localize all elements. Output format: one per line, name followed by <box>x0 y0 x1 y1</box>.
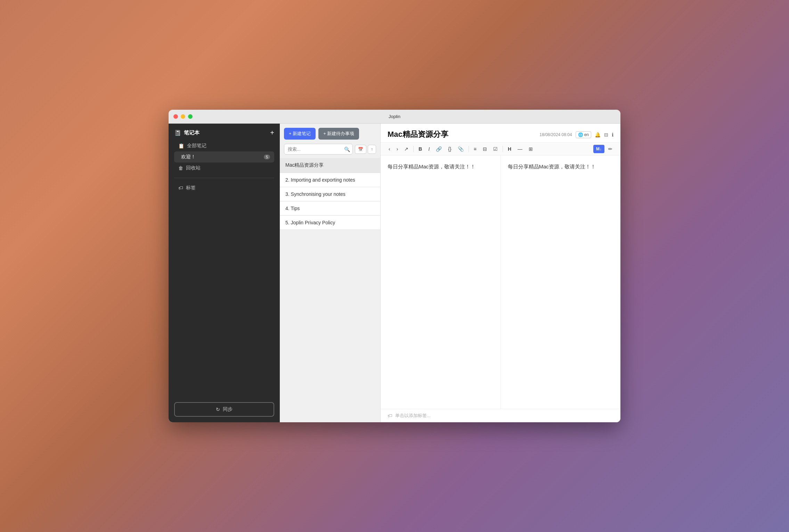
bold-button[interactable]: B <box>416 145 424 153</box>
horiz-rule-button[interactable]: — <box>515 145 525 153</box>
sort-buttons: 📅 ↑ <box>355 145 376 154</box>
all-notes-label: 全部笔记 <box>187 143 206 149</box>
heading-button[interactable]: H <box>505 145 514 153</box>
list-item[interactable]: Mac精品资源分享 <box>280 158 380 173</box>
sync-label: 同步 <box>223 406 233 413</box>
globe-icon: 🌐 <box>578 132 583 137</box>
trash-icon: 🗑 <box>178 165 183 171</box>
tags-label: 标签 <box>186 185 196 191</box>
minimize-button[interactable] <box>181 114 185 119</box>
toolbar-separator-2 <box>469 146 469 152</box>
sync-icon: ↻ <box>216 407 220 412</box>
editor-toolbar: ‹ › ↗ B I 🔗 {} 📎 <box>381 143 620 156</box>
note-title-heading: Mac精品资源分享 <box>388 129 448 140</box>
editor-footer: 🏷 单击以添加标签... <box>381 409 620 422</box>
preview-content: 每日分享精品Mac资源，敬请关注！！ <box>508 163 614 171</box>
sidebar-item-trash[interactable]: 🗑 回收站 <box>174 163 274 174</box>
tags-icon: 🏷 <box>178 185 183 191</box>
notes-items-list: Mac精品资源分享 2. Importing and exporting not… <box>280 158 380 422</box>
sidebar-item-tags[interactable]: 🏷 标签 <box>174 182 274 193</box>
editor-panel: Mac精品资源分享 18/08/2024 08:04 🌐 en 🔔 ⊟ ℹ ‹ … <box>381 124 620 422</box>
sidebar-item-all-notes[interactable]: 📋 全部笔记 <box>174 140 274 151</box>
attach-icon: 📎 <box>458 146 464 152</box>
back-button[interactable]: ‹ <box>386 145 393 153</box>
checklist-button[interactable]: ☑ <box>491 145 500 153</box>
info-icon[interactable]: ℹ <box>612 132 613 138</box>
language-button[interactable]: 🌐 en <box>576 131 591 138</box>
search-icon: 🔍 <box>344 147 350 152</box>
external-link-button[interactable]: ↗ <box>402 145 411 153</box>
sidebar-divider <box>174 178 274 178</box>
titlebar: Joplin <box>169 110 620 124</box>
forward-button[interactable]: › <box>394 145 401 153</box>
trash-label: 回收站 <box>186 165 201 171</box>
notebook-label: 笔记本 <box>184 130 200 136</box>
all-notes-icon: 📋 <box>178 143 184 149</box>
editor-header: Mac精品资源分享 18/08/2024 08:04 🌐 en 🔔 ⊟ ℹ <box>381 124 620 143</box>
sidebar-tags-section: 🏷 标签 <box>169 181 280 195</box>
app-window: Joplin 📓 笔记本 + 📋 全部笔记 欢迎！ 5 <box>169 110 620 422</box>
note-title: 2. Importing and exporting notes <box>285 177 355 183</box>
editor-preview-pane: 每日分享精品Mac资源，敬请关注！！ <box>501 156 621 409</box>
close-button[interactable] <box>173 114 178 119</box>
notes-toolbar: + 新建笔记 + 新建待办事项 <box>280 124 380 144</box>
add-notebook-button[interactable]: + <box>270 129 274 136</box>
new-todo-button[interactable]: + 新建待办事项 <box>318 128 359 140</box>
sidebar-nav: 📋 全部笔记 欢迎！ 5 🗑 回收站 <box>169 139 280 175</box>
toolbar-separator-1 <box>413 146 414 152</box>
sidebar-footer: ↻ 同步 <box>169 397 280 422</box>
language-label: en <box>584 132 589 137</box>
sort-direction-button[interactable]: ↑ <box>368 145 376 154</box>
bold-icon: B <box>418 146 422 152</box>
notebook-header: 📓 笔记本 <box>174 130 200 136</box>
sidebar-item-welcome[interactable]: 欢迎！ 5 <box>174 151 274 163</box>
note-title: Mac精品资源分享 <box>285 162 324 168</box>
note-title: 4. Tips <box>285 206 300 211</box>
window-controls <box>173 114 193 119</box>
note-title: 5. Joplin Privacy Policy <box>285 220 335 225</box>
list-item[interactable]: 2. Importing and exporting notes <box>280 173 380 187</box>
notebook-icon: 📓 <box>174 130 181 136</box>
welcome-badge: 5 <box>264 155 270 159</box>
maximize-button[interactable] <box>188 114 193 119</box>
bell-icon[interactable]: 🔔 <box>595 132 601 138</box>
editor-body: 每日分享精品Mac资源，敬请关注！！ 每日分享精品Mac资源，敬请关注！！ <box>381 156 620 409</box>
sidebar-header: 📓 笔记本 + <box>169 124 280 139</box>
search-input-wrap: 🔍 <box>284 144 353 155</box>
markdown-toggle-button[interactable]: M↓ <box>593 145 604 153</box>
tag-footer-icon: 🏷 <box>388 413 392 418</box>
edit-button[interactable]: ✏ <box>606 145 615 153</box>
list-item[interactable]: 5. Joplin Privacy Policy <box>280 216 380 230</box>
tag-placeholder[interactable]: 单击以添加标签... <box>395 413 431 419</box>
ol-button[interactable]: ⊟ <box>480 145 489 153</box>
editor-source-pane[interactable]: 每日分享精品Mac资源，敬请关注！！ <box>381 156 501 409</box>
sidebar: 📓 笔记本 + 📋 全部笔记 欢迎！ 5 🗑 回收站 <box>169 124 280 422</box>
toolbar-separator-3 <box>503 146 503 152</box>
welcome-label: 欢迎！ <box>181 154 196 160</box>
sort-calendar-button[interactable]: 📅 <box>355 145 366 154</box>
split-view-icon[interactable]: ⊟ <box>604 132 608 138</box>
search-input[interactable] <box>284 144 353 155</box>
note-date: 18/08/2024 08:04 <box>539 132 572 137</box>
app-title: Joplin <box>389 114 400 119</box>
code-button[interactable]: {} <box>446 145 454 153</box>
heading-icon: H <box>508 146 511 152</box>
source-content: 每日分享精品Mac资源，敬请关注！！ <box>388 163 494 171</box>
italic-button[interactable]: I <box>426 145 432 153</box>
ul-button[interactable]: ≡ <box>471 145 479 153</box>
notes-search-bar: 🔍 📅 ↑ <box>280 144 380 158</box>
sync-button[interactable]: ↻ 同步 <box>174 402 274 417</box>
list-item[interactable]: 4. Tips <box>280 201 380 216</box>
toolbar-right: M↓ ✏ <box>593 145 615 153</box>
list-item[interactable]: 3. Synchronising your notes <box>280 187 380 201</box>
link-icon: 🔗 <box>436 146 442 152</box>
link-button[interactable]: 🔗 <box>433 145 444 153</box>
table-button[interactable]: ⊞ <box>526 145 535 153</box>
attach-button[interactable]: 📎 <box>455 145 466 153</box>
main-layout: 📓 笔记本 + 📋 全部笔记 欢迎！ 5 🗑 回收站 <box>169 124 620 422</box>
editor-meta-area: 18/08/2024 08:04 🌐 en 🔔 ⊟ ℹ <box>539 129 613 138</box>
external-icon: ↗ <box>404 146 408 152</box>
note-title: 3. Synchronising your notes <box>285 191 345 197</box>
new-note-button[interactable]: + 新建笔记 <box>284 128 316 140</box>
italic-icon: I <box>428 146 430 152</box>
